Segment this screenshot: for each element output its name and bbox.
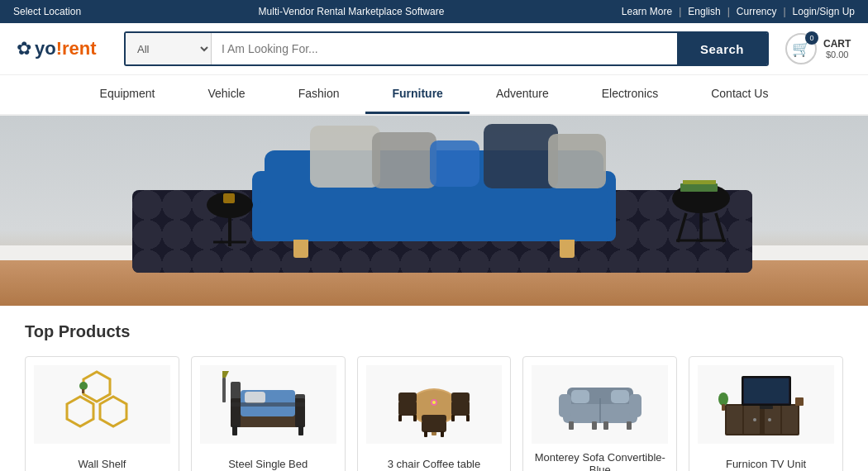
product-card-sofa[interactable]: Monterey Sofa Convertible-Blue $15.00 Pe… bbox=[522, 356, 677, 471]
svg-marker-20 bbox=[67, 397, 93, 426]
svg-rect-53 bbox=[559, 394, 571, 417]
svg-rect-28 bbox=[245, 392, 265, 403]
svg-rect-3 bbox=[484, 124, 558, 188]
svg-rect-1 bbox=[372, 132, 436, 188]
svg-point-73 bbox=[718, 392, 728, 406]
cart-label: CART bbox=[823, 38, 851, 50]
svg-rect-43 bbox=[451, 401, 470, 416]
header: ✿ yo!rent All Furniture Equipment Vehicl… bbox=[0, 23, 868, 75]
product-name-steel-bed: Steel Single Bed bbox=[200, 450, 336, 471]
svg-rect-75 bbox=[795, 397, 804, 406]
svg-rect-49 bbox=[424, 431, 427, 437]
learn-more-link[interactable]: Learn More bbox=[622, 6, 672, 17]
language-selector[interactable]: English bbox=[688, 6, 720, 17]
svg-point-68 bbox=[768, 418, 771, 421]
svg-rect-60 bbox=[571, 390, 589, 403]
svg-rect-29 bbox=[231, 402, 305, 407]
main-nav: Equipment Vehicle Fashion Furniture Adve… bbox=[0, 75, 868, 116]
search-input[interactable] bbox=[212, 33, 677, 64]
product-image-wall-shelf bbox=[34, 365, 170, 444]
svg-marker-33 bbox=[222, 371, 229, 378]
svg-rect-56 bbox=[569, 421, 574, 430]
logo[interactable]: ✿ yo!rent bbox=[17, 38, 107, 59]
product-card-steel-bed[interactable]: Steel Single Bed $12.00 Per Day bbox=[191, 356, 346, 471]
top-bar-right: Learn More | English | Currency | Login/… bbox=[622, 6, 855, 17]
cart-icon[interactable]: 🛒 0 bbox=[785, 33, 817, 64]
nav-item-vehicle[interactable]: Vehicle bbox=[181, 75, 271, 114]
svg-rect-40 bbox=[398, 392, 417, 402]
nav-item-contact[interactable]: Contact Us bbox=[684, 75, 794, 114]
svg-rect-11 bbox=[683, 180, 716, 184]
svg-rect-26 bbox=[295, 394, 305, 427]
side-table-right bbox=[668, 180, 734, 258]
svg-line-16 bbox=[716, 213, 724, 242]
svg-rect-39 bbox=[398, 401, 417, 416]
top-bar: Select Location Multi-Vendor Rental Mark… bbox=[0, 0, 868, 23]
product-name-coffee-table: 3 chair Coffee table bbox=[366, 450, 503, 471]
product-name-tv-unit: Furnicon TV Unit bbox=[698, 450, 834, 471]
svg-rect-50 bbox=[441, 431, 444, 437]
top-bar-center-text: Multi-Vendor Rental Marketplace Software bbox=[81, 6, 622, 17]
product-name-sofa: Monterey Sofa Convertible-Blue bbox=[532, 450, 668, 471]
svg-rect-72 bbox=[760, 406, 773, 409]
select-location[interactable]: Select Location bbox=[13, 6, 81, 17]
svg-rect-45 bbox=[451, 415, 455, 421]
svg-rect-74 bbox=[722, 404, 725, 411]
logo-text: yo!rent bbox=[35, 38, 97, 59]
product-image-coffee-table bbox=[366, 365, 503, 444]
svg-rect-44 bbox=[451, 392, 470, 402]
svg-rect-54 bbox=[629, 394, 641, 417]
svg-rect-48 bbox=[422, 415, 446, 422]
svg-rect-32 bbox=[222, 378, 226, 402]
nav-item-fashion[interactable]: Fashion bbox=[272, 75, 366, 114]
nav-item-equipment[interactable]: Equipment bbox=[74, 75, 182, 114]
svg-point-22 bbox=[79, 382, 88, 390]
hero-sofa bbox=[252, 130, 616, 258]
search-category-select[interactable]: All Furniture Equipment Vehicle bbox=[126, 33, 212, 64]
svg-rect-31 bbox=[298, 426, 303, 435]
products-title: Top Products bbox=[25, 322, 843, 341]
svg-rect-23 bbox=[82, 389, 84, 393]
nav-item-furniture[interactable]: Furniture bbox=[365, 75, 469, 114]
products-grid: Wall Shelf $10.00 Per Day bbox=[25, 356, 843, 471]
sofa-pillows bbox=[285, 116, 632, 200]
svg-rect-10 bbox=[680, 183, 718, 192]
svg-line-15 bbox=[678, 213, 686, 242]
svg-rect-59 bbox=[603, 421, 608, 430]
svg-rect-0 bbox=[310, 126, 380, 188]
products-section: Top Products Wall Shelf $10.00 Per Day bbox=[0, 306, 868, 471]
side-table-left bbox=[205, 188, 255, 258]
cart-amount: $0.00 bbox=[823, 50, 851, 59]
logo-icon: ✿ bbox=[17, 38, 31, 59]
nav-item-electronics[interactable]: Electronics bbox=[575, 75, 684, 114]
cart-area[interactable]: 🛒 0 CART $0.00 bbox=[785, 33, 851, 64]
nav-item-adventure[interactable]: Adventure bbox=[470, 75, 575, 114]
cart-badge: 0 bbox=[805, 31, 818, 45]
svg-rect-41 bbox=[398, 415, 402, 421]
login-signup-link[interactable]: Login/Sign Up bbox=[793, 6, 855, 17]
svg-rect-57 bbox=[627, 421, 632, 430]
hero-banner bbox=[0, 116, 868, 306]
svg-rect-47 bbox=[422, 421, 446, 432]
svg-rect-4 bbox=[548, 134, 606, 188]
currency-selector[interactable]: Currency bbox=[737, 6, 777, 17]
svg-rect-6 bbox=[223, 193, 235, 203]
svg-rect-46 bbox=[466, 415, 470, 421]
product-image-steel-bed bbox=[200, 365, 336, 444]
svg-rect-42 bbox=[413, 415, 417, 421]
search-button[interactable]: Search bbox=[677, 33, 767, 64]
svg-point-38 bbox=[432, 401, 436, 404]
product-image-tv-unit bbox=[698, 365, 834, 444]
svg-rect-58 bbox=[592, 421, 597, 430]
svg-rect-61 bbox=[611, 390, 629, 403]
svg-rect-71 bbox=[744, 378, 789, 403]
svg-rect-30 bbox=[232, 426, 237, 435]
product-card-tv-unit[interactable]: Furnicon TV Unit $14.00 Per Week bbox=[689, 356, 843, 471]
product-card-wall-shelf[interactable]: Wall Shelf $10.00 Per Day bbox=[25, 356, 179, 471]
svg-point-67 bbox=[753, 418, 756, 421]
svg-marker-21 bbox=[100, 397, 126, 426]
search-bar: All Furniture Equipment Vehicle Search bbox=[124, 31, 769, 66]
product-card-coffee-table[interactable]: 3 chair Coffee table $10.00 Per Day bbox=[357, 356, 512, 471]
svg-rect-2 bbox=[430, 140, 479, 187]
product-image-sofa bbox=[532, 365, 668, 444]
